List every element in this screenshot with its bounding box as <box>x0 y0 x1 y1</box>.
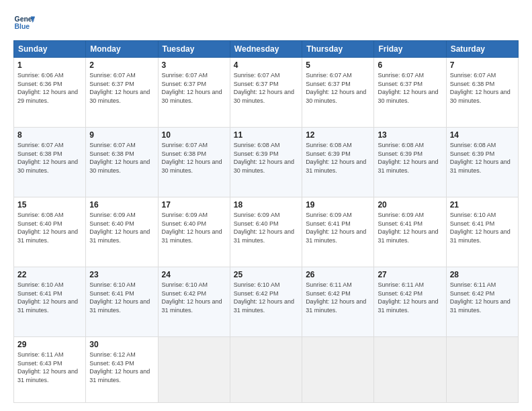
calendar-cell: 8 Sunrise: 6:07 AMSunset: 6:38 PMDayligh… <box>14 128 86 197</box>
day-number: 23 <box>89 270 154 279</box>
calendar-cell: 4 Sunrise: 6:07 AMSunset: 6:37 PMDayligh… <box>230 58 302 128</box>
day-number: 29 <box>17 340 82 349</box>
day-number: 1 <box>17 60 82 70</box>
day-info: Sunrise: 6:07 AMSunset: 6:37 PMDaylight:… <box>378 72 438 104</box>
day-number: 3 <box>162 60 226 70</box>
day-number: 17 <box>162 200 226 210</box>
calendar-cell: 27 Sunrise: 6:11 AMSunset: 6:42 PMDaylig… <box>374 267 446 337</box>
day-number: 4 <box>234 60 298 70</box>
calendar-cell: 23 Sunrise: 6:10 AMSunset: 6:41 PMDaylig… <box>86 267 158 337</box>
calendar-cell <box>230 337 302 403</box>
calendar-table: SundayMondayTuesdayWednesdayThursdayFrid… <box>13 40 519 403</box>
calendar-cell: 11 Sunrise: 6:08 AMSunset: 6:39 PMDaylig… <box>230 128 302 197</box>
calendar-cell: 15 Sunrise: 6:08 AMSunset: 6:40 PMDaylig… <box>14 197 86 267</box>
day-number: 26 <box>306 270 370 279</box>
day-number: 20 <box>378 200 442 210</box>
calendar-cell: 18 Sunrise: 6:09 AMSunset: 6:40 PMDaylig… <box>230 197 302 267</box>
day-info: Sunrise: 6:10 AMSunset: 6:42 PMDaylight:… <box>234 281 294 314</box>
header: General Blue <box>13 12 519 34</box>
day-number: 21 <box>450 200 515 210</box>
day-info: Sunrise: 6:09 AMSunset: 6:41 PMDaylight:… <box>378 212 438 244</box>
day-number: 9 <box>89 130 154 140</box>
calendar-cell: 6 Sunrise: 6:07 AMSunset: 6:37 PMDayligh… <box>374 58 446 128</box>
day-number: 16 <box>89 200 154 210</box>
day-info: Sunrise: 6:11 AMSunset: 6:42 PMDaylight:… <box>306 281 366 314</box>
calendar-cell: 29 Sunrise: 6:11 AMSunset: 6:43 PMDaylig… <box>14 337 86 403</box>
day-info: Sunrise: 6:08 AMSunset: 6:39 PMDaylight:… <box>450 142 511 174</box>
day-info: Sunrise: 6:10 AMSunset: 6:42 PMDaylight:… <box>162 281 222 314</box>
day-number: 30 <box>89 340 154 349</box>
day-number: 8 <box>17 130 82 140</box>
day-info: Sunrise: 6:10 AMSunset: 6:41 PMDaylight:… <box>89 281 150 314</box>
day-info: Sunrise: 6:06 AMSunset: 6:36 PMDaylight:… <box>17 72 78 104</box>
calendar-week-1: 1 Sunrise: 6:06 AMSunset: 6:36 PMDayligh… <box>14 58 519 128</box>
day-info: Sunrise: 6:12 AMSunset: 6:43 PMDaylight:… <box>89 351 150 383</box>
calendar-cell <box>374 337 446 403</box>
calendar-header-thursday: Thursday <box>302 41 374 58</box>
calendar-cell: 22 Sunrise: 6:10 AMSunset: 6:41 PMDaylig… <box>14 267 86 337</box>
day-info: Sunrise: 6:11 AMSunset: 6:43 PMDaylight:… <box>17 351 78 383</box>
logo: General Blue <box>13 12 35 34</box>
calendar-cell: 24 Sunrise: 6:10 AMSunset: 6:42 PMDaylig… <box>158 267 230 337</box>
calendar-cell: 7 Sunrise: 6:07 AMSunset: 6:38 PMDayligh… <box>446 58 518 128</box>
day-info: Sunrise: 6:09 AMSunset: 6:40 PMDaylight:… <box>234 212 294 244</box>
day-number: 28 <box>450 270 515 279</box>
calendar-cell: 16 Sunrise: 6:09 AMSunset: 6:40 PMDaylig… <box>86 197 158 267</box>
calendar-week-3: 15 Sunrise: 6:08 AMSunset: 6:40 PMDaylig… <box>14 197 519 267</box>
calendar-header-wednesday: Wednesday <box>230 41 302 58</box>
day-info: Sunrise: 6:08 AMSunset: 6:39 PMDaylight:… <box>234 142 294 174</box>
day-number: 10 <box>162 130 226 140</box>
svg-text:Blue: Blue <box>15 23 30 30</box>
calendar-cell: 9 Sunrise: 6:07 AMSunset: 6:38 PMDayligh… <box>86 128 158 197</box>
calendar-header-monday: Monday <box>86 41 158 58</box>
calendar-cell: 2 Sunrise: 6:07 AMSunset: 6:37 PMDayligh… <box>86 58 158 128</box>
calendar-cell: 17 Sunrise: 6:09 AMSunset: 6:40 PMDaylig… <box>158 197 230 267</box>
day-number: 11 <box>234 130 298 140</box>
calendar-week-4: 22 Sunrise: 6:10 AMSunset: 6:41 PMDaylig… <box>14 267 519 337</box>
calendar-cell: 5 Sunrise: 6:07 AMSunset: 6:37 PMDayligh… <box>302 58 374 128</box>
day-info: Sunrise: 6:07 AMSunset: 6:38 PMDaylight:… <box>450 72 511 104</box>
calendar-header-friday: Friday <box>374 41 446 58</box>
calendar-cell: 20 Sunrise: 6:09 AMSunset: 6:41 PMDaylig… <box>374 197 446 267</box>
page: General Blue SundayMondayTuesdayWednesda… <box>0 0 532 411</box>
day-info: Sunrise: 6:08 AMSunset: 6:40 PMDaylight:… <box>17 212 78 244</box>
day-info: Sunrise: 6:11 AMSunset: 6:42 PMDaylight:… <box>450 281 511 314</box>
day-info: Sunrise: 6:07 AMSunset: 6:38 PMDaylight:… <box>89 142 150 174</box>
calendar-cell: 25 Sunrise: 6:10 AMSunset: 6:42 PMDaylig… <box>230 267 302 337</box>
day-number: 27 <box>378 270 442 279</box>
day-info: Sunrise: 6:09 AMSunset: 6:40 PMDaylight:… <box>162 212 222 244</box>
day-number: 24 <box>162 270 226 279</box>
calendar-cell: 30 Sunrise: 6:12 AMSunset: 6:43 PMDaylig… <box>86 337 158 403</box>
day-number: 25 <box>234 270 298 279</box>
calendar-week-5: 29 Sunrise: 6:11 AMSunset: 6:43 PMDaylig… <box>14 337 519 403</box>
calendar-cell: 12 Sunrise: 6:08 AMSunset: 6:39 PMDaylig… <box>302 128 374 197</box>
day-number: 12 <box>306 130 370 140</box>
day-number: 7 <box>450 60 515 70</box>
calendar-header-sunday: Sunday <box>14 41 86 58</box>
day-info: Sunrise: 6:10 AMSunset: 6:41 PMDaylight:… <box>17 281 78 314</box>
day-number: 18 <box>234 200 298 210</box>
calendar-cell: 28 Sunrise: 6:11 AMSunset: 6:42 PMDaylig… <box>446 267 518 337</box>
day-number: 13 <box>378 130 442 140</box>
day-number: 2 <box>89 60 154 70</box>
calendar-cell: 3 Sunrise: 6:07 AMSunset: 6:37 PMDayligh… <box>158 58 230 128</box>
calendar-cell <box>158 337 230 403</box>
day-info: Sunrise: 6:11 AMSunset: 6:42 PMDaylight:… <box>378 281 438 314</box>
day-number: 5 <box>306 60 370 70</box>
day-info: Sunrise: 6:09 AMSunset: 6:40 PMDaylight:… <box>89 212 150 244</box>
calendar-cell: 26 Sunrise: 6:11 AMSunset: 6:42 PMDaylig… <box>302 267 374 337</box>
calendar-cell: 13 Sunrise: 6:08 AMSunset: 6:39 PMDaylig… <box>374 128 446 197</box>
day-number: 6 <box>378 60 442 70</box>
day-number: 19 <box>306 200 370 210</box>
day-info: Sunrise: 6:07 AMSunset: 6:37 PMDaylight:… <box>306 72 366 104</box>
day-info: Sunrise: 6:09 AMSunset: 6:41 PMDaylight:… <box>306 212 366 244</box>
calendar-cell <box>446 337 518 403</box>
day-number: 15 <box>17 200 82 210</box>
calendar-cell: 21 Sunrise: 6:10 AMSunset: 6:41 PMDaylig… <box>446 197 518 267</box>
calendar-cell <box>302 337 374 403</box>
calendar-cell: 1 Sunrise: 6:06 AMSunset: 6:36 PMDayligh… <box>14 58 86 128</box>
calendar-cell: 14 Sunrise: 6:08 AMSunset: 6:39 PMDaylig… <box>446 128 518 197</box>
calendar-header-row: SundayMondayTuesdayWednesdayThursdayFrid… <box>14 41 519 58</box>
calendar-cell: 10 Sunrise: 6:07 AMSunset: 6:38 PMDaylig… <box>158 128 230 197</box>
day-info: Sunrise: 6:10 AMSunset: 6:41 PMDaylight:… <box>450 212 511 244</box>
